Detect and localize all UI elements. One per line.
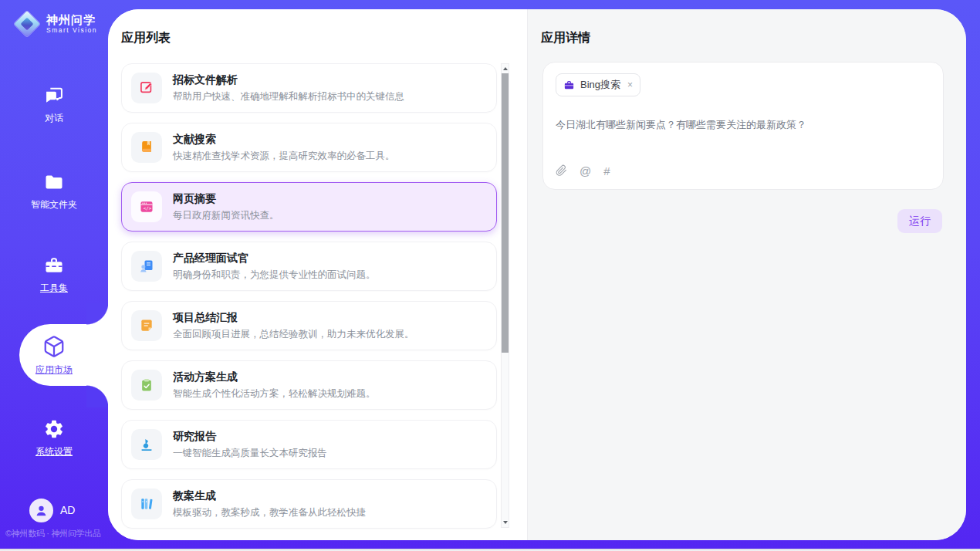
query-text[interactable]: 今日湖北有哪些新闻要点？有哪些需要关注的最新政策？ [556, 118, 926, 132]
sidebar: 神州问学 Smart Vision 对话 智能文件夹 [0, 0, 108, 549]
logo-subtitle: Smart Vision [46, 27, 97, 34]
sidebar-item-label: 应用市场 [0, 363, 108, 377]
app-window: 神州问学 Smart Vision 对话 智能文件夹 [0, 0, 980, 549]
scrollbar[interactable] [501, 63, 509, 528]
app-card-desc: 快速精准查找学术资源，提高研究效率的必备工具。 [173, 150, 395, 163]
app-card-lesson-plan[interactable]: 教案生成 模板驱动，教案秒成，教学准备从此轻松快捷 [121, 479, 497, 529]
sidebar-item-app-market[interactable]: 应用市场 [0, 335, 108, 377]
sidebar-item-label: 系统设置 [0, 445, 108, 458]
app-detail-title: 应用详情 [541, 30, 590, 46]
folder-icon [43, 171, 65, 193]
app-card-title: 活动方案生成 [173, 370, 376, 384]
cube-icon [42, 335, 66, 358]
browser-code-icon: </> [131, 191, 162, 222]
hash-icon[interactable]: # [603, 165, 610, 177]
app-card-title: 文献搜索 [173, 133, 395, 147]
composer-toolbar: @ # [556, 164, 610, 177]
clipboard-check-icon [131, 370, 162, 401]
app-card-web-summary[interactable]: </> 网页摘要 每日政府新闻资讯快查。 [121, 182, 497, 232]
sidebar-item-smart-folders[interactable]: 智能文件夹 [0, 171, 108, 211]
tool-tag-bing-search[interactable]: Bing搜索 × [556, 73, 640, 96]
app-card-title: 项目总结汇报 [173, 311, 414, 325]
user-name: AD [60, 504, 75, 516]
bump-fillet-top [86, 303, 109, 325]
research-icon [131, 429, 162, 460]
gear-icon [43, 418, 65, 440]
logo-title: 神州问学 [46, 14, 97, 26]
avatar[interactable] [29, 499, 53, 522]
copyright-text: ©神州数码 · 神州问学出品 [5, 528, 107, 539]
briefcase-icon [563, 79, 575, 91]
run-button[interactable]: 运行 [897, 209, 942, 233]
user-row[interactable]: AD [0, 499, 108, 525]
app-card-list: 招标文件解析 帮助用户快速、准确地理解和解析招标书中的关键信息 文献搜索 [121, 63, 497, 539]
app-logo: 神州问学 Smart Vision [14, 11, 97, 37]
scroll-down-icon[interactable] [502, 518, 509, 527]
sidebar-item-label: 智能文件夹 [0, 198, 108, 211]
app-card-bid-document-analysis[interactable]: 招标文件解析 帮助用户快速、准确地理解和解析招标书中的关键信息 [121, 63, 497, 113]
tool-tag-label: Bing搜索 [580, 78, 620, 92]
edit-document-icon [131, 73, 162, 103]
app-card-desc: 模板驱动，教案秒成，教学准备从此轻松快捷 [173, 506, 366, 519]
app-card-research-report[interactable]: 研究报告 一键智能生成高质量长文本研究报告 [121, 420, 497, 469]
app-card-pm-interviewer[interactable]: 产品经理面试官 明确身份和职责，为您提供专业性的面试问题。 [121, 242, 497, 291]
app-card-title: 网页摘要 [173, 192, 279, 206]
scroll-up-icon[interactable] [502, 64, 509, 73]
app-card-title: 产品经理面试官 [173, 252, 376, 265]
paperclip-icon[interactable] [556, 164, 567, 177]
app-card-desc: 明确身份和职责，为您提供专业性的面试问题。 [173, 269, 376, 282]
app-card-desc: 一键智能生成高质量长文本研究报告 [173, 447, 327, 460]
app-list-title: 应用列表 [121, 30, 171, 46]
app-card-literature-search[interactable]: 文献搜索 快速精准查找学术资源，提高研究效率的必备工具。 [121, 123, 497, 172]
sidebar-item-toolset[interactable]: 工具集 [0, 255, 108, 295]
app-card-title: 研究报告 [173, 430, 327, 444]
toolbox-icon [43, 255, 65, 276]
scrollbar-thumb[interactable] [502, 73, 509, 353]
app-card-project-summary[interactable]: 项目总结汇报 全面回顾项目进展，总结经验教训，助力未来优化发展。 [121, 301, 497, 350]
app-card-desc: 全面回顾项目进展，总结经验教训，助力未来优化发展。 [173, 328, 414, 341]
app-card-title: 教案生成 [173, 489, 366, 503]
interview-icon [131, 251, 162, 282]
sidebar-item-label: 工具集 [0, 282, 108, 295]
logo-diamond-icon [14, 11, 40, 37]
book-icon [131, 132, 162, 163]
svg-text:</>: </> [144, 206, 152, 211]
app-card-desc: 帮助用户快速、准确地理解和解析招标书中的关键信息 [173, 90, 404, 103]
books-icon [131, 488, 162, 519]
app-card-desc: 智能生成个性化活动方案，轻松解决规划难题。 [173, 387, 376, 401]
app-card-event-plan[interactable]: 活动方案生成 智能生成个性化活动方案，轻松解决规划难题。 [121, 360, 497, 410]
sidebar-item-label: 对话 [0, 112, 108, 125]
app-card-desc: 每日政府新闻资讯快查。 [173, 209, 279, 222]
tag-close-icon[interactable]: × [627, 79, 633, 90]
app-list-panel: 应用列表 招标文件解析 帮助用户快速、准确地理解和解析招标书中的关键信息 [108, 9, 527, 540]
sidebar-item-settings[interactable]: 系统设置 [0, 418, 108, 458]
sidebar-item-chat[interactable]: 对话 [0, 85, 108, 125]
avatar-icon [34, 503, 49, 518]
at-icon[interactable]: @ [580, 165, 591, 177]
app-detail-panel: 应用详情 Bing搜索 × 今日湖北有哪些新闻要点？有哪些需要关注的最新政策？ [527, 9, 966, 540]
app-card-title: 招标文件解析 [173, 73, 404, 87]
note-icon [131, 310, 162, 341]
prompt-input-card[interactable]: Bing搜索 × 今日湖北有哪些新闻要点？有哪些需要关注的最新政策？ @ # [542, 62, 944, 190]
bump-fillet-bottom [86, 385, 109, 407]
chat-icon [43, 85, 65, 106]
main-content: 应用列表 招标文件解析 帮助用户快速、准确地理解和解析招标书中的关键信息 [108, 9, 966, 540]
